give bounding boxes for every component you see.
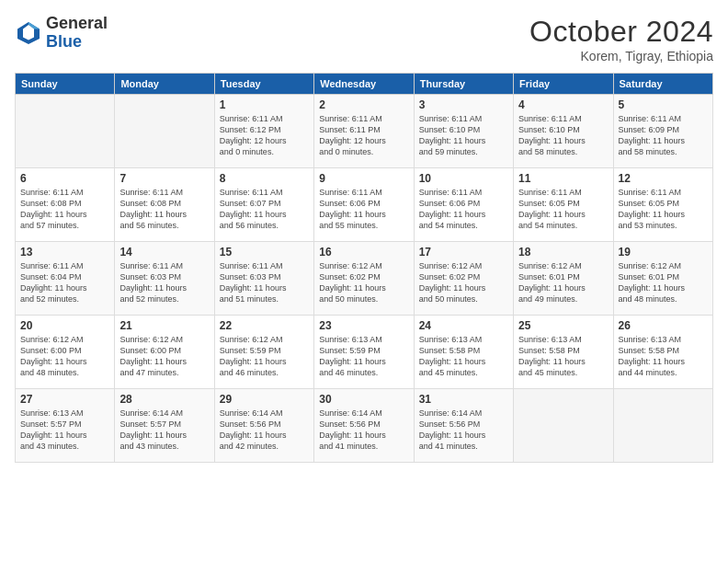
day-info: Sunrise: 6:11 AM Sunset: 6:09 PM Dayligh… bbox=[619, 113, 708, 158]
header: General Blue October 2024 Korem, Tigray,… bbox=[15, 15, 713, 63]
day-number: 21 bbox=[119, 319, 209, 332]
calendar-week-row: 1Sunrise: 6:11 AM Sunset: 6:12 PM Daylig… bbox=[16, 95, 713, 168]
header-thursday: Thursday bbox=[414, 74, 513, 95]
day-info: Sunrise: 6:13 AM Sunset: 5:57 PM Dayligh… bbox=[20, 408, 109, 453]
table-row bbox=[16, 95, 115, 168]
table-row: 26Sunrise: 6:13 AM Sunset: 5:58 PM Dayli… bbox=[613, 316, 712, 389]
table-row: 10Sunrise: 6:11 AM Sunset: 6:06 PM Dayli… bbox=[414, 168, 513, 242]
day-number: 23 bbox=[319, 319, 408, 332]
day-number: 10 bbox=[419, 172, 508, 185]
table-row: 31Sunrise: 6:14 AM Sunset: 5:56 PM Dayli… bbox=[414, 389, 513, 463]
day-number: 14 bbox=[119, 246, 209, 259]
table-row: 9Sunrise: 6:11 AM Sunset: 6:06 PM Daylig… bbox=[314, 168, 414, 242]
table-row: 4Sunrise: 6:11 AM Sunset: 6:10 PM Daylig… bbox=[514, 95, 613, 168]
day-number: 16 bbox=[319, 246, 408, 259]
table-row bbox=[115, 95, 214, 168]
logo-text: General Blue bbox=[46, 15, 108, 52]
day-info: Sunrise: 6:13 AM Sunset: 5:58 PM Dayligh… bbox=[419, 334, 508, 379]
day-number: 11 bbox=[518, 172, 608, 185]
day-info: Sunrise: 6:14 AM Sunset: 5:56 PM Dayligh… bbox=[419, 408, 508, 453]
table-row: 21Sunrise: 6:12 AM Sunset: 6:00 PM Dayli… bbox=[115, 316, 214, 389]
calendar-table: Sunday Monday Tuesday Wednesday Thursday… bbox=[15, 73, 713, 463]
table-row: 18Sunrise: 6:12 AM Sunset: 6:01 PM Dayli… bbox=[514, 242, 613, 316]
header-tuesday: Tuesday bbox=[214, 74, 313, 95]
page: General Blue October 2024 Korem, Tigray,… bbox=[0, 0, 728, 563]
day-number: 31 bbox=[419, 393, 508, 406]
table-row: 27Sunrise: 6:13 AM Sunset: 5:57 PM Dayli… bbox=[16, 389, 115, 463]
day-info: Sunrise: 6:11 AM Sunset: 6:05 PM Dayligh… bbox=[619, 187, 708, 232]
day-info: Sunrise: 6:13 AM Sunset: 5:59 PM Dayligh… bbox=[319, 334, 408, 379]
table-row: 19Sunrise: 6:12 AM Sunset: 6:01 PM Dayli… bbox=[613, 242, 712, 316]
table-row: 1Sunrise: 6:11 AM Sunset: 6:12 PM Daylig… bbox=[214, 95, 313, 168]
header-wednesday: Wednesday bbox=[314, 74, 414, 95]
table-row: 22Sunrise: 6:12 AM Sunset: 5:59 PM Dayli… bbox=[214, 316, 313, 389]
day-info: Sunrise: 6:14 AM Sunset: 5:56 PM Dayligh… bbox=[319, 408, 408, 453]
calendar-header-row: Sunday Monday Tuesday Wednesday Thursday… bbox=[16, 74, 713, 95]
day-info: Sunrise: 6:11 AM Sunset: 6:08 PM Dayligh… bbox=[20, 187, 109, 232]
day-number: 2 bbox=[319, 98, 408, 111]
table-row: 2Sunrise: 6:11 AM Sunset: 6:11 PM Daylig… bbox=[314, 95, 414, 168]
header-friday: Friday bbox=[514, 74, 613, 95]
table-row: 20Sunrise: 6:12 AM Sunset: 6:00 PM Dayli… bbox=[16, 316, 115, 389]
day-number: 20 bbox=[20, 319, 109, 332]
day-info: Sunrise: 6:13 AM Sunset: 5:58 PM Dayligh… bbox=[518, 334, 608, 379]
day-info: Sunrise: 6:12 AM Sunset: 6:02 PM Dayligh… bbox=[319, 260, 408, 305]
day-info: Sunrise: 6:14 AM Sunset: 5:56 PM Dayligh… bbox=[220, 408, 309, 453]
table-row: 6Sunrise: 6:11 AM Sunset: 6:08 PM Daylig… bbox=[16, 168, 115, 242]
table-row: 29Sunrise: 6:14 AM Sunset: 5:56 PM Dayli… bbox=[214, 389, 313, 463]
location-subtitle: Korem, Tigray, Ethiopia bbox=[529, 49, 713, 63]
table-row: 15Sunrise: 6:11 AM Sunset: 6:03 PM Dayli… bbox=[214, 242, 313, 316]
table-row: 28Sunrise: 6:14 AM Sunset: 5:57 PM Dayli… bbox=[115, 389, 214, 463]
day-number: 9 bbox=[319, 172, 408, 185]
calendar-week-row: 20Sunrise: 6:12 AM Sunset: 6:00 PM Dayli… bbox=[16, 316, 713, 389]
day-info: Sunrise: 6:11 AM Sunset: 6:10 PM Dayligh… bbox=[419, 113, 508, 158]
day-number: 18 bbox=[518, 246, 608, 259]
day-number: 13 bbox=[20, 246, 109, 259]
month-title: October 2024 bbox=[529, 15, 713, 49]
day-info: Sunrise: 6:11 AM Sunset: 6:08 PM Dayligh… bbox=[119, 187, 209, 232]
header-sunday: Sunday bbox=[16, 74, 115, 95]
calendar-week-row: 6Sunrise: 6:11 AM Sunset: 6:08 PM Daylig… bbox=[16, 168, 713, 242]
table-row: 25Sunrise: 6:13 AM Sunset: 5:58 PM Dayli… bbox=[514, 316, 613, 389]
day-number: 3 bbox=[419, 98, 508, 111]
day-number: 6 bbox=[20, 172, 109, 185]
table-row: 23Sunrise: 6:13 AM Sunset: 5:59 PM Dayli… bbox=[314, 316, 414, 389]
table-row: 5Sunrise: 6:11 AM Sunset: 6:09 PM Daylig… bbox=[613, 95, 712, 168]
logo: General Blue bbox=[15, 15, 108, 52]
table-row: 13Sunrise: 6:11 AM Sunset: 6:04 PM Dayli… bbox=[16, 242, 115, 316]
day-info: Sunrise: 6:11 AM Sunset: 6:05 PM Dayligh… bbox=[518, 187, 608, 232]
day-number: 1 bbox=[220, 98, 309, 111]
calendar-week-row: 13Sunrise: 6:11 AM Sunset: 6:04 PM Dayli… bbox=[16, 242, 713, 316]
day-number: 19 bbox=[619, 246, 708, 259]
day-info: Sunrise: 6:13 AM Sunset: 5:58 PM Dayligh… bbox=[619, 334, 708, 379]
day-number: 17 bbox=[419, 246, 508, 259]
day-info: Sunrise: 6:11 AM Sunset: 6:04 PM Dayligh… bbox=[20, 260, 109, 305]
table-row: 24Sunrise: 6:13 AM Sunset: 5:58 PM Dayli… bbox=[414, 316, 513, 389]
day-info: Sunrise: 6:11 AM Sunset: 6:03 PM Dayligh… bbox=[119, 260, 209, 305]
table-row: 7Sunrise: 6:11 AM Sunset: 6:08 PM Daylig… bbox=[115, 168, 214, 242]
day-number: 22 bbox=[220, 319, 309, 332]
day-info: Sunrise: 6:12 AM Sunset: 5:59 PM Dayligh… bbox=[220, 334, 309, 379]
table-row bbox=[514, 389, 613, 463]
day-number: 26 bbox=[619, 319, 708, 332]
day-number: 29 bbox=[220, 393, 309, 406]
day-info: Sunrise: 6:11 AM Sunset: 6:03 PM Dayligh… bbox=[220, 260, 309, 305]
day-info: Sunrise: 6:11 AM Sunset: 6:10 PM Dayligh… bbox=[518, 113, 608, 158]
table-row: 17Sunrise: 6:12 AM Sunset: 6:02 PM Dayli… bbox=[414, 242, 513, 316]
header-saturday: Saturday bbox=[613, 74, 712, 95]
day-info: Sunrise: 6:12 AM Sunset: 6:00 PM Dayligh… bbox=[119, 334, 209, 379]
day-number: 7 bbox=[119, 172, 209, 185]
day-info: Sunrise: 6:11 AM Sunset: 6:11 PM Dayligh… bbox=[319, 113, 408, 158]
day-info: Sunrise: 6:11 AM Sunset: 6:06 PM Dayligh… bbox=[419, 187, 508, 232]
table-row: 12Sunrise: 6:11 AM Sunset: 6:05 PM Dayli… bbox=[613, 168, 712, 242]
day-info: Sunrise: 6:12 AM Sunset: 6:01 PM Dayligh… bbox=[619, 260, 708, 305]
header-monday: Monday bbox=[115, 74, 214, 95]
day-info: Sunrise: 6:11 AM Sunset: 6:12 PM Dayligh… bbox=[220, 113, 309, 158]
day-number: 12 bbox=[619, 172, 708, 185]
table-row: 11Sunrise: 6:11 AM Sunset: 6:05 PM Dayli… bbox=[514, 168, 613, 242]
table-row: 14Sunrise: 6:11 AM Sunset: 6:03 PM Dayli… bbox=[115, 242, 214, 316]
day-number: 25 bbox=[518, 319, 608, 332]
day-info: Sunrise: 6:12 AM Sunset: 6:01 PM Dayligh… bbox=[518, 260, 608, 305]
day-info: Sunrise: 6:12 AM Sunset: 6:00 PM Dayligh… bbox=[20, 334, 109, 379]
table-row: 30Sunrise: 6:14 AM Sunset: 5:56 PM Dayli… bbox=[314, 389, 414, 463]
